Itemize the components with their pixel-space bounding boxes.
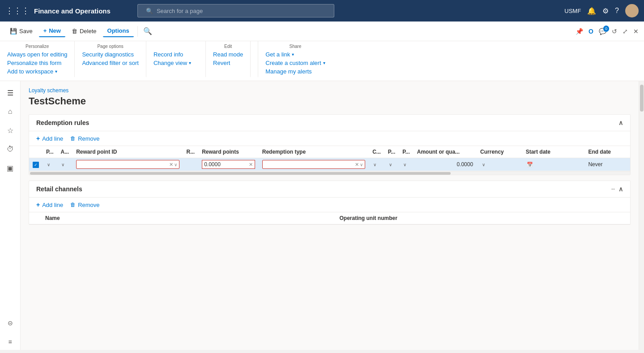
help-icon[interactable]: ? bbox=[615, 7, 619, 15]
read-mode[interactable]: Read mode bbox=[213, 51, 243, 58]
row-reward-point-id[interactable]: ✕ ∨ bbox=[73, 158, 183, 171]
redemption-type-clear[interactable]: ✕ bbox=[355, 162, 359, 168]
search-cmd-icon[interactable]: 🔍 bbox=[141, 25, 154, 37]
top-bar-right: USMF 🔔 ⚙ ? bbox=[564, 4, 639, 17]
section-header-redemption: Redemption rules ∧ bbox=[29, 115, 630, 131]
sidebar-item-filter[interactable]: ⊝ bbox=[2, 315, 18, 331]
sidebar-item-favorites[interactable]: ☆ bbox=[2, 122, 18, 138]
create-custom-alert[interactable]: Create a custom alert ▾ bbox=[265, 59, 325, 67]
reward-points-clear[interactable]: ✕ bbox=[249, 162, 253, 168]
search-bar[interactable]: 🔍 Search for a page bbox=[137, 4, 334, 17]
remove-redemption-btn[interactable]: 🗑 Remove bbox=[70, 135, 99, 142]
v-scrollbar-thumb[interactable] bbox=[640, 85, 644, 112]
row-checkbox[interactable]: ✓ bbox=[33, 162, 39, 168]
ribbon-group-share: Share Get a link ▾ Create a custom alert… bbox=[265, 41, 332, 77]
add-line-redemption-btn[interactable]: + Add line bbox=[36, 135, 63, 142]
user-avatar[interactable] bbox=[625, 4, 639, 17]
col-start-date: Start date bbox=[522, 146, 585, 158]
row-p3[interactable]: ∨ bbox=[399, 158, 413, 171]
delete-button[interactable]: 🗑 Delete bbox=[67, 26, 101, 37]
get-a-link[interactable]: Get a link ▾ bbox=[265, 51, 325, 58]
redemption-type-dropdown[interactable]: ✕ ∨ bbox=[262, 160, 365, 169]
row-p2[interactable]: ∨ bbox=[384, 158, 399, 171]
calendar-icon[interactable]: 📅 bbox=[527, 162, 533, 168]
h-scrollbar-thumb[interactable] bbox=[30, 172, 451, 175]
v-scrollbar[interactable] bbox=[639, 81, 644, 350]
reward-point-id-input[interactable] bbox=[78, 161, 169, 168]
breadcrumb[interactable]: Loyalty schemes bbox=[29, 87, 631, 94]
col-reward-points: Reward points bbox=[198, 146, 259, 158]
p3-arrow[interactable]: ∨ bbox=[402, 161, 407, 168]
row-c[interactable]: ∨ bbox=[369, 158, 384, 171]
gear-icon[interactable]: ⚙ bbox=[602, 7, 609, 15]
redemption-type-arrow[interactable]: ∨ bbox=[360, 162, 363, 167]
collapse-retail-btn[interactable]: ∧ bbox=[618, 185, 623, 193]
revert[interactable]: Revert bbox=[213, 59, 243, 67]
retail-col-operating-unit: Operating unit number bbox=[336, 212, 631, 224]
remove-retail-btn[interactable]: 🗑 Remove bbox=[70, 202, 99, 208]
add-line-retail-icon: + bbox=[36, 201, 40, 208]
apps-icon[interactable]: ⋮⋮⋮ bbox=[5, 6, 30, 16]
c-arrow[interactable]: ∨ bbox=[372, 161, 377, 168]
col-a1: A... bbox=[57, 146, 73, 158]
close-ribbon-icon[interactable]: ✕ bbox=[633, 28, 639, 35]
command-bar: 💾 Save + New 🗑 Delete Options 🔍 📌 O 💬 0 … bbox=[0, 22, 644, 41]
reward-points-value: 0.0000 bbox=[204, 161, 249, 168]
redemption-table: P... A... Reward point ID R... Reward po… bbox=[29, 146, 630, 171]
section-header-retail: Retail channels -- ∧ bbox=[29, 181, 630, 198]
row-redemption-type[interactable]: ✕ ∨ bbox=[259, 158, 369, 171]
options-button[interactable]: Options bbox=[103, 25, 134, 37]
h-scrollbar[interactable] bbox=[29, 171, 630, 175]
manage-alerts[interactable]: Manage my alerts bbox=[265, 68, 325, 75]
cmd-separator bbox=[137, 26, 138, 37]
search-icon: 🔍 bbox=[146, 8, 153, 14]
row-a1[interactable]: ∨ bbox=[57, 158, 73, 171]
p1-arrow[interactable]: ∨ bbox=[46, 161, 51, 168]
reward-point-id-clear[interactable]: ✕ bbox=[169, 162, 173, 168]
currency-arrow[interactable]: ∨ bbox=[481, 161, 486, 168]
sidebar-item-recent[interactable]: ⏱ bbox=[2, 141, 18, 157]
pin-icon[interactable]: 📌 bbox=[576, 28, 583, 35]
ribbon-group-personalize: Personalize Always open for editing Pers… bbox=[7, 41, 75, 77]
sidebar-item-list[interactable]: ≡ bbox=[2, 334, 18, 350]
retail-channels-section: Retail channels -- ∧ + Add line 🗑 Remove bbox=[29, 181, 631, 225]
save-button[interactable]: 💾 Save bbox=[5, 26, 37, 37]
refresh-icon[interactable]: ↺ bbox=[612, 28, 617, 35]
personalize-form[interactable]: Personalize this form bbox=[7, 59, 67, 67]
main-content: Loyalty schemes TestScheme Redemption ru… bbox=[21, 81, 639, 350]
record-info[interactable]: Record info bbox=[154, 51, 191, 58]
add-line-retail-btn[interactable]: + Add line bbox=[36, 201, 63, 208]
sidebar-item-home[interactable]: ⌂ bbox=[2, 103, 18, 120]
retail-col-name: Name bbox=[42, 212, 336, 224]
col-r: R... bbox=[183, 146, 199, 158]
always-open-editing[interactable]: Always open for editing bbox=[7, 51, 67, 58]
bell-icon[interactable]: 🔔 bbox=[587, 7, 596, 15]
expand-icon[interactable]: ⤢ bbox=[623, 28, 628, 35]
redemption-type-input[interactable] bbox=[264, 161, 355, 168]
new-button[interactable]: + New bbox=[39, 25, 65, 37]
office-icon[interactable]: O bbox=[589, 28, 593, 35]
sidebar-item-workspaces[interactable]: ▣ bbox=[2, 160, 18, 176]
a1-arrow[interactable]: ∨ bbox=[60, 161, 65, 168]
row-p1[interactable]: ∨ bbox=[43, 158, 57, 171]
sidebar-item-menu[interactable]: ☰ bbox=[2, 85, 18, 101]
table-toolbar-redemption: + Add line 🗑 Remove bbox=[29, 131, 630, 146]
reward-point-id-arrow[interactable]: ∨ bbox=[174, 162, 177, 167]
security-diagnostics[interactable]: Security diagnostics bbox=[82, 51, 138, 58]
row-check[interactable]: ✓ bbox=[29, 158, 43, 171]
collapse-redemption-btn[interactable]: ∧ bbox=[618, 119, 623, 126]
p2-arrow[interactable]: ∨ bbox=[388, 161, 393, 168]
app-title: Finance and Operations bbox=[34, 7, 111, 15]
advanced-filter[interactable]: Advanced filter or sort bbox=[82, 59, 138, 67]
row-currency[interactable]: ∨ bbox=[477, 158, 522, 171]
row-start-date[interactable]: 📅 bbox=[522, 158, 585, 171]
table-row[interactable]: ✓ ∨ ∨ ✕ bbox=[29, 158, 630, 171]
row-reward-points[interactable]: 0.0000 ✕ bbox=[198, 158, 259, 171]
notification-badge[interactable]: 💬 0 bbox=[599, 27, 606, 35]
col-p2: P... bbox=[384, 146, 399, 158]
col-redemption-type: Redemption type bbox=[259, 146, 369, 158]
change-view[interactable]: Change view ▾ bbox=[154, 59, 191, 67]
reward-point-id-dropdown[interactable]: ✕ ∨ bbox=[76, 160, 179, 169]
add-to-workspace[interactable]: Add to workspace ▾ bbox=[7, 68, 67, 75]
ribbon-group-record: x Record info Change view ▾ bbox=[154, 41, 198, 77]
